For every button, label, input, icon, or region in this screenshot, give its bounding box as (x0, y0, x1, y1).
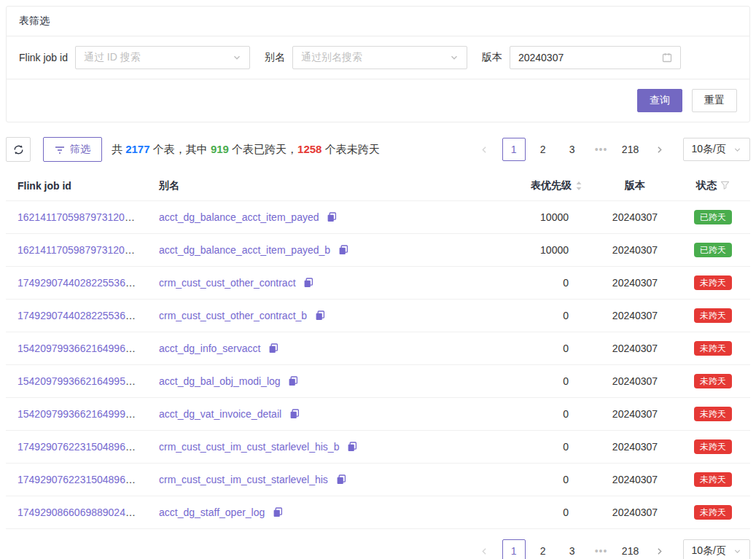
priority-cell: 10000 (483, 211, 594, 223)
page-size-select[interactable]: 10条/页 (683, 138, 750, 161)
version-value: 20240307 (612, 474, 658, 485)
filter-actions: 查询 重置 (7, 79, 749, 122)
priority-value: 0 (563, 474, 582, 485)
page-size-label: 10条/页 (692, 143, 726, 156)
version-label: 版本 (482, 51, 502, 64)
job-id-cell: 1542097993662164995 (6, 375, 147, 387)
calendar-icon (662, 52, 672, 63)
filter-button[interactable]: 筛选 (43, 137, 102, 162)
status-cell: 未跨天 (676, 308, 750, 323)
job-id-link[interactable]: 1542097993662164999 (17, 408, 136, 420)
sync-icon (13, 144, 24, 155)
page-number-3[interactable]: 3 (561, 539, 584, 559)
job-id-cell: 1749290866069889024 (6, 507, 147, 518)
page-number-218[interactable]: 218 (619, 138, 642, 161)
next-page-button[interactable] (648, 539, 671, 559)
reset-button[interactable]: 重置 (692, 89, 737, 112)
version-value: 20240307 (518, 52, 564, 63)
copy-icon[interactable] (336, 474, 346, 485)
job-id-link[interactable]: 1749290866069889024 (17, 507, 136, 518)
copy-icon[interactable] (315, 310, 325, 321)
status-header-label: 状态 (696, 179, 717, 192)
query-button[interactable]: 查询 (637, 89, 682, 112)
next-page-button[interactable] (648, 138, 671, 161)
alias-cell: crm_cust_cust_im_cust_starlevel_his_b (147, 441, 483, 453)
alias-cell: acct_dg_info_servacct (147, 343, 483, 354)
refresh-button[interactable] (6, 137, 31, 162)
job-id-link[interactable]: 1621411705987973120 (17, 244, 135, 256)
page-number-1[interactable]: 1 (502, 539, 526, 559)
version-cell: 20240307 (594, 507, 676, 518)
priority-cell: 0 (483, 277, 594, 289)
table-row: 1542097993662164995 acct_dg_bal_obj_modi… (6, 365, 750, 398)
alias-link[interactable]: acct_dg_bal_obj_modi_log (159, 375, 281, 387)
copy-icon[interactable] (273, 507, 283, 517)
version-value: 20240307 (612, 375, 658, 387)
column-header-status[interactable]: 状态 (676, 179, 750, 192)
version-cell: 20240307 (594, 441, 676, 453)
job-id-link[interactable]: 1542097993662164995 (17, 375, 136, 387)
copy-icon[interactable] (303, 278, 313, 288)
job-id-cell: 1542097993662164999 (6, 408, 147, 420)
page-size-select[interactable]: 10条/页 (683, 539, 750, 559)
copy-icon[interactable] (347, 442, 357, 452)
status-badge: 已跨天 (694, 210, 732, 224)
alias-link[interactable]: acct_dg_vat_invoice_detail (159, 408, 281, 420)
job-id-label: Flink job id (19, 52, 68, 63)
page-number-3[interactable]: 3 (561, 138, 584, 161)
priority-value: 10000 (540, 211, 582, 223)
page-number-2[interactable]: 2 (531, 138, 555, 161)
page-size-label: 10条/页 (692, 544, 726, 558)
alias-link[interactable]: acct_dg_balance_acct_item_payed (159, 211, 319, 223)
table-row: 1542097993662164996 acct_dg_info_servacc… (6, 332, 750, 365)
page-number-2[interactable]: 2 (531, 539, 555, 559)
column-header-priority[interactable]: 表优先级 (483, 179, 594, 192)
page-number-1[interactable]: 1 (502, 138, 526, 161)
job-id-cell: 1749290744028225536 (6, 310, 147, 321)
copy-icon[interactable] (288, 376, 298, 386)
job-id-link[interactable]: 1749290762231504896 (17, 441, 136, 453)
crossed-count: 919 (211, 143, 229, 155)
job-id-link[interactable]: 1621411705987973120 (17, 211, 135, 223)
alias-link[interactable]: crm_cust_cust_im_cust_starlevel_his_b (159, 441, 339, 453)
job-id-cell: 1749290744028225536 (6, 277, 147, 289)
chevron-down-icon (450, 53, 459, 62)
status-cell: 已跨天 (676, 243, 750, 257)
status-badge: 已跨天 (694, 243, 732, 257)
alias-link[interactable]: acct_dg_balance_acct_item_payed_b (159, 244, 330, 256)
job-id-link[interactable]: 1749290744028225536 (17, 277, 136, 289)
copy-icon[interactable] (268, 343, 278, 353)
status-badge: 未跨天 (694, 341, 732, 356)
priority-value: 0 (563, 343, 582, 354)
status-badge: 未跨天 (694, 439, 732, 454)
alias-link[interactable]: crm_cust_cust_im_cust_starlevel_his (159, 474, 328, 485)
version-cell: 20240307 (594, 277, 676, 289)
alias-cell: acct_dg_bal_obj_modi_log (147, 375, 483, 387)
job-id-link[interactable]: 1749290744028225536 (17, 310, 136, 321)
version-value: 20240307 (612, 211, 658, 223)
priority-value: 0 (563, 441, 582, 453)
priority-value: 0 (563, 375, 582, 387)
alias-select[interactable]: 通过别名搜索 (292, 46, 467, 69)
alias-link[interactable]: acct_dg_info_servacct (159, 343, 260, 354)
copy-icon[interactable] (289, 409, 300, 419)
page-number-218[interactable]: 218 (619, 539, 642, 559)
job-id-link[interactable]: 1749290762231504896 (17, 474, 136, 485)
alias-link[interactable]: crm_cust_cust_other_contract_b (159, 310, 307, 321)
copy-icon[interactable] (327, 212, 337, 222)
status-badge: 未跨天 (694, 275, 732, 290)
alias-link[interactable]: crm_cust_cust_other_contract (159, 277, 296, 289)
priority-cell: 0 (483, 474, 594, 485)
job-id-link[interactable]: 1542097993662164996 (17, 343, 136, 354)
version-value: 20240307 (612, 310, 658, 321)
job-id-select[interactable]: 通过 ID 搜索 (75, 46, 250, 69)
copy-icon[interactable] (338, 245, 348, 255)
prev-page-button[interactable] (473, 539, 496, 559)
funnel-icon[interactable] (720, 181, 730, 190)
prev-page-button[interactable] (473, 138, 496, 161)
version-date-picker[interactable]: 20240307 (510, 46, 681, 69)
alias-cell: acct_dg_staff_oper_log (147, 507, 483, 518)
job-id-cell: 1621411705987973120 (6, 211, 147, 223)
sorter-icon[interactable] (575, 181, 582, 191)
alias-link[interactable]: acct_dg_staff_oper_log (159, 507, 265, 518)
